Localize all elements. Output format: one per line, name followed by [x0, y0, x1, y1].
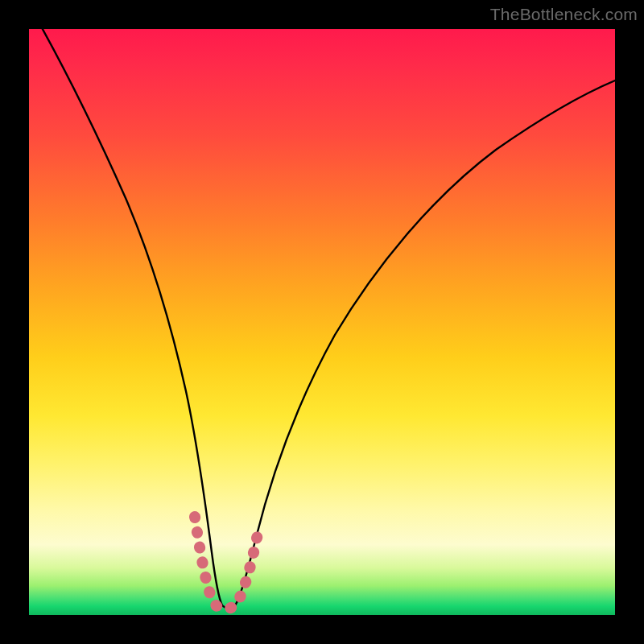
watermark-text: TheBottleneck.com — [490, 5, 638, 24]
chart-frame: TheBottleneck.com — [0, 0, 644, 644]
bottleneck-curve — [29, 29, 615, 608]
plot-area — [29, 29, 615, 615]
highlight-band — [195, 517, 259, 609]
curves-layer — [29, 29, 615, 615]
